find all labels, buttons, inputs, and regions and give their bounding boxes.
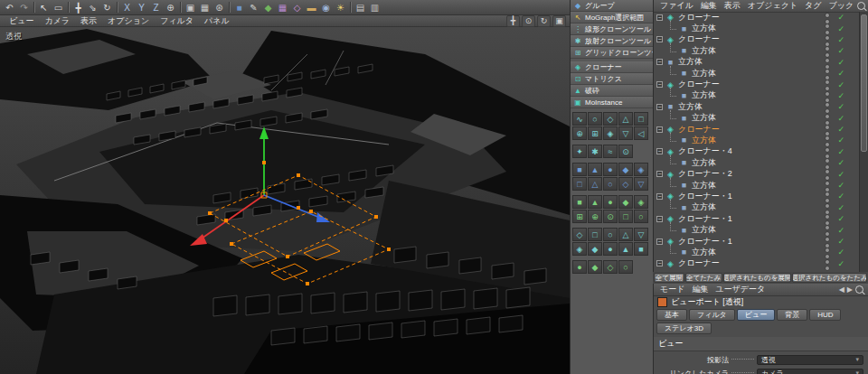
enabled-check-icon[interactable]: ✓ (837, 23, 844, 34)
palette-icon[interactable]: ⊕ (572, 126, 587, 140)
fold-button-3[interactable]: 選択されたものをたたみ (792, 273, 867, 283)
scrollbar-thumb[interactable] (861, 14, 867, 152)
enabled-check-icon[interactable]: ✓ (837, 34, 844, 45)
mograph-item-matrix[interactable]: ⊡マトリクス (571, 73, 653, 85)
enabled-check-icon[interactable]: ✓ (837, 247, 844, 257)
palette-icon[interactable]: ▲ (588, 195, 602, 209)
zoom-view-icon[interactable]: ⊙ (522, 15, 535, 27)
tree-row[interactable]: ■立方体✓ (654, 224, 859, 235)
palette-icon[interactable]: ⊞ (572, 210, 587, 223)
tree-row[interactable]: ■立方体✓ (654, 23, 859, 33)
viewport-3d[interactable]: 透視 (0, 27, 570, 374)
enabled-check-icon[interactable]: ✓ (837, 124, 844, 135)
editor-visibility-dot[interactable] (825, 13, 830, 18)
editor-visibility-dot[interactable] (825, 237, 830, 242)
viewport-menu-camera[interactable]: カメラ (39, 15, 75, 27)
editor-visibility-dot[interactable] (825, 158, 830, 164)
search-icon[interactable] (857, 2, 865, 10)
palette-icon[interactable]: ○ (603, 228, 618, 241)
visibility-dots[interactable] (825, 259, 830, 271)
expand-toggle-icon[interactable]: − (656, 148, 663, 154)
history-back-icon[interactable]: ◀ (839, 285, 844, 294)
palette-icon[interactable]: ○ (634, 210, 648, 223)
attribute-menu-userdata[interactable]: ユーザデータ (712, 284, 769, 295)
tab-フィルタ[interactable]: フィルタ (689, 309, 735, 321)
editor-visibility-dot[interactable] (825, 136, 830, 141)
object-manager-menu-tags[interactable]: タグ (801, 0, 825, 12)
tree-row[interactable]: −◈クローナー・1✓ (654, 236, 859, 247)
mograph-item-radial-clone-tool[interactable]: ✱放射クローンツール (571, 35, 653, 47)
expand-toggle-icon[interactable]: − (656, 14, 663, 21)
fold-button-0[interactable]: 全て展開 (654, 273, 684, 283)
search-icon[interactable] (855, 285, 863, 294)
palette-icon[interactable]: ● (603, 242, 618, 256)
tab-HUD[interactable]: HUD (809, 309, 841, 321)
palette-icon[interactable]: ⊕ (588, 210, 602, 223)
editor-visibility-dot[interactable] (825, 181, 830, 186)
x-axis-lock-icon[interactable]: X (120, 1, 134, 14)
enabled-check-icon[interactable]: ✓ (837, 180, 844, 191)
enabled-check-icon[interactable]: ✓ (837, 57, 844, 68)
editor-visibility-dot[interactable] (825, 259, 830, 265)
enabled-check-icon[interactable]: ✓ (837, 258, 844, 269)
editor-visibility-dot[interactable] (825, 125, 830, 130)
palette-icon[interactable]: ○ (618, 260, 633, 274)
pan-view-icon[interactable]: ╋ (506, 15, 520, 27)
enabled-check-icon[interactable]: ✓ (837, 157, 844, 168)
palette-icon[interactable]: ✱ (588, 145, 602, 158)
palette-icon[interactable]: △ (618, 228, 633, 241)
scale-tool-icon[interactable]: ⇘ (86, 1, 99, 14)
expand-toggle-icon[interactable]: − (656, 126, 663, 133)
palette-icon[interactable]: ◆ (588, 260, 602, 274)
tree-row[interactable]: −◈クローナー・2✓ (654, 168, 859, 179)
palette-icon[interactable]: ▽ (618, 126, 633, 140)
viewport-menu-panel[interactable]: パネル (199, 15, 235, 27)
expand-toggle-icon[interactable]: − (656, 59, 663, 65)
mograph-item-cloner[interactable]: ◈クローナー (571, 61, 653, 73)
tree-row[interactable]: −■立方体✓ (654, 57, 859, 68)
render-picture-viewer-icon[interactable]: ▦ (198, 1, 212, 14)
palette-icon[interactable]: ◇ (603, 112, 618, 126)
enabled-check-icon[interactable]: ✓ (837, 79, 844, 90)
editor-visibility-dot[interactable] (825, 203, 830, 209)
palette-icon[interactable]: □ (588, 228, 602, 241)
add-floor-icon[interactable]: ▬ (305, 1, 318, 14)
palette-icon[interactable]: ● (572, 260, 587, 274)
object-manager-menu-view[interactable]: 表示 (721, 0, 744, 12)
fold-button-1[interactable]: 全てたたみ (685, 273, 722, 283)
mograph-item-fracture[interactable]: ▲破砕 (571, 85, 653, 97)
tree-row[interactable]: −■立方体✓ (654, 101, 859, 112)
tree-row[interactable]: ■立方体✓ (654, 45, 859, 56)
editor-visibility-dot[interactable] (825, 214, 830, 220)
tree-row[interactable]: ■立方体✓ (654, 247, 859, 257)
editor-visibility-dot[interactable] (825, 169, 830, 174)
palette-icon[interactable]: □ (572, 177, 587, 191)
object-manager-menu-objects[interactable]: オブジェクト (744, 0, 801, 12)
palette-icon[interactable]: ■ (572, 163, 587, 176)
add-camera-icon[interactable]: ◉ (319, 1, 333, 14)
viewport-canvas[interactable] (0, 27, 570, 374)
z-axis-lock-icon[interactable]: Z (149, 1, 163, 14)
palette-icon[interactable]: ◁ (634, 126, 648, 140)
expand-toggle-icon[interactable]: − (656, 193, 663, 200)
enabled-check-icon[interactable]: ✓ (837, 225, 844, 236)
palette-icon[interactable]: ◇ (618, 177, 633, 191)
object-manager-menu-file[interactable]: ファイル (656, 0, 697, 12)
editor-visibility-dot[interactable] (825, 248, 830, 253)
editor-visibility-dot[interactable] (825, 225, 830, 230)
render-settings-icon[interactable]: ⊛ (212, 1, 226, 14)
enabled-check-icon[interactable]: ✓ (837, 169, 844, 180)
enabled-check-icon[interactable]: ✓ (837, 236, 844, 247)
palette-icon[interactable]: ▲ (618, 242, 633, 256)
editor-visibility-dot[interactable] (825, 114, 830, 119)
tree-row[interactable]: −◈クローナー・4✓ (654, 146, 859, 157)
rotate-view-icon[interactable]: ↻ (537, 15, 551, 27)
rectangle-selection-icon[interactable]: ▭ (52, 1, 65, 14)
palette-icon[interactable]: ✦ (572, 145, 587, 158)
tab-基本[interactable]: 基本 (656, 309, 687, 321)
palette-icon[interactable]: ◈ (634, 195, 648, 209)
tree-row[interactable]: −◈クローナー✓ (654, 124, 859, 135)
enabled-check-icon[interactable]: ✓ (837, 202, 844, 213)
projection-dropdown[interactable]: 透視▾ (757, 355, 863, 365)
tree-row[interactable]: ■立方体✓ (654, 113, 859, 124)
